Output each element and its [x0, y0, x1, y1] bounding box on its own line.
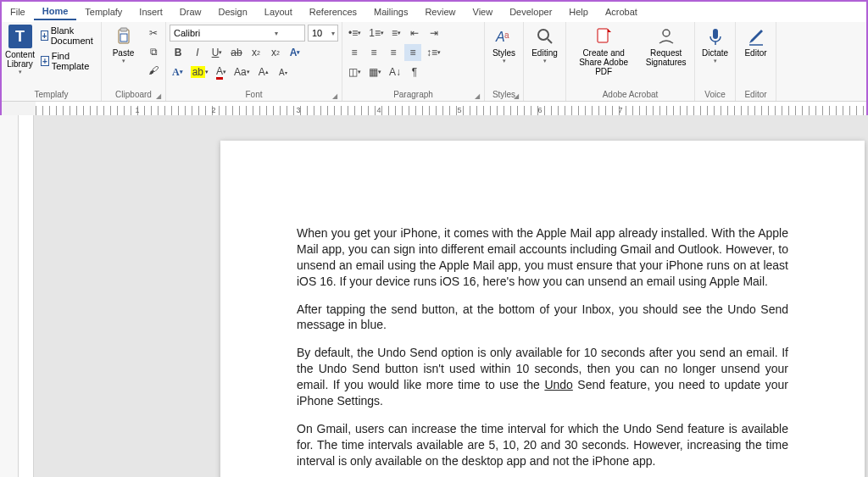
tab-home[interactable]: Home [34, 3, 77, 20]
blank-document-button[interactable]: + Blank Document [38, 25, 98, 47]
dialog-launcher-icon[interactable]: ◢ [332, 92, 337, 100]
tab-draw[interactable]: Draw [171, 4, 210, 19]
chevron-down-icon[interactable]: ▾ [329, 30, 337, 37]
cut-button[interactable]: ✂ [145, 25, 162, 42]
request-signatures-button[interactable]: Request Signatures [641, 25, 691, 69]
chevron-down-icon: ▾ [122, 58, 125, 64]
bold-button[interactable]: B [170, 44, 186, 61]
svg-point-8 [663, 30, 670, 36]
tab-developer[interactable]: Developer [501, 4, 560, 19]
group-label-templafy: Templafy [5, 88, 97, 101]
pdf-icon [593, 26, 614, 47]
signature-icon [656, 26, 676, 47]
grow-font-button[interactable]: A▴ [255, 64, 272, 80]
tab-templafy[interactable]: Templafy [76, 4, 131, 19]
align-left-button[interactable]: ≡ [346, 44, 363, 61]
svg-rect-9 [713, 29, 718, 39]
navigation-pane[interactable] [0, 115, 19, 477]
tab-view[interactable]: View [465, 4, 502, 19]
tab-mailings[interactable]: Mailings [365, 4, 416, 19]
underline-button[interactable]: U▾ [209, 44, 225, 61]
font-name-input[interactable] [170, 28, 272, 38]
vertical-ruler[interactable] [19, 115, 34, 477]
subscript-button[interactable]: x2 [248, 44, 264, 61]
font-size-combo[interactable]: ▾ [308, 25, 338, 42]
align-right-button[interactable]: ≡ [385, 44, 402, 61]
plus-icon: + [41, 56, 49, 66]
text-effects-button[interactable]: A▾ [287, 44, 303, 61]
chevron-down-icon: ▾ [543, 58, 547, 64]
svg-text:A: A [495, 30, 505, 44]
paragraph-3[interactable]: By default, the Undo Send option is only… [297, 345, 788, 409]
font-size-input[interactable] [309, 28, 329, 38]
dialog-launcher-icon[interactable]: ◢ [156, 92, 161, 100]
borders-button[interactable]: ▦▾ [366, 64, 384, 80]
highlight-button[interactable]: ab▾ [188, 64, 211, 80]
superscript-button[interactable]: x2 [267, 44, 284, 61]
content-library-button[interactable]: Content Library [5, 50, 35, 69]
chevron-down-icon[interactable]: ▾ [272, 30, 281, 37]
line-spacing-button[interactable]: ↕≡▾ [424, 44, 443, 61]
format-painter-button[interactable]: 🖌 [145, 62, 162, 79]
paragraph-1[interactable]: When you get your iPhone, it comes with … [297, 225, 788, 290]
tab-layout[interactable]: Layout [256, 4, 301, 19]
tab-design[interactable]: Design [210, 4, 256, 19]
tab-file[interactable]: File [2, 4, 34, 19]
show-marks-button[interactable]: ¶ [406, 64, 423, 80]
italic-button[interactable]: I [189, 44, 206, 61]
svg-text:a: a [504, 31, 509, 40]
tab-insert[interactable]: Insert [131, 4, 171, 19]
font-color-button[interactable]: A▾ [214, 64, 229, 80]
tab-strip: File Home Templafy Insert Draw Design La… [2, 2, 866, 22]
ribbon: T Content Library ▾ + Blank Document + F… [2, 22, 866, 102]
font-color-a-button[interactable]: A▾ [170, 64, 186, 80]
tab-references[interactable]: References [301, 4, 365, 19]
paragraph-2[interactable]: After tapping the send button, at the bo… [297, 302, 788, 334]
find-template-button[interactable]: + Find Template [38, 50, 98, 72]
clipboard-icon [114, 26, 134, 47]
chevron-down-icon: ▾ [503, 58, 506, 64]
create-share-pdf-button[interactable]: Create and Share Adobe PDF [570, 25, 637, 78]
shading-button[interactable]: ◫▾ [346, 64, 364, 80]
editor-button[interactable]: Editor [739, 25, 772, 59]
svg-rect-7 [598, 29, 608, 42]
sort-button[interactable]: A↓ [387, 64, 403, 80]
styles-icon: Aa [494, 26, 515, 47]
dictate-button[interactable]: Dictate ▾ [698, 25, 732, 66]
svg-rect-1 [120, 28, 127, 31]
bullets-button[interactable]: •≡▾ [346, 25, 364, 42]
svg-point-5 [538, 30, 548, 40]
indent-decrease-button[interactable]: ⇤ [406, 25, 423, 42]
tab-help[interactable]: Help [560, 4, 597, 19]
numbering-button[interactable]: 1≡▾ [366, 25, 387, 42]
tab-acrobat[interactable]: Acrobat [597, 4, 646, 19]
chevron-down-icon: ▾ [714, 58, 717, 64]
shrink-font-button[interactable]: A▾ [275, 64, 292, 80]
strikethrough-button[interactable]: ab [228, 44, 245, 61]
plus-icon: + [41, 31, 48, 41]
dialog-launcher-icon[interactable]: ◢ [475, 92, 480, 100]
find-icon [535, 26, 555, 47]
svg-rect-2 [120, 34, 127, 42]
templafy-logo-icon: T [8, 25, 32, 48]
change-case-button[interactable]: Aa▾ [231, 64, 253, 80]
editor-pen-icon [746, 26, 766, 47]
group-label-clipboard: Clipboard◢ [105, 88, 162, 101]
microphone-icon [705, 26, 726, 47]
justify-button[interactable]: ≡ [404, 44, 421, 61]
copy-button[interactable]: ⧉ [145, 43, 162, 60]
tab-review[interactable]: Review [416, 4, 464, 19]
align-center-button[interactable]: ≡ [365, 44, 382, 61]
paragraph-4[interactable]: On Gmail, users can increase the time in… [297, 421, 788, 469]
indent-increase-button[interactable]: ⇥ [426, 25, 442, 42]
editing-button[interactable]: Editing ▾ [527, 25, 562, 66]
font-name-combo[interactable]: ▾ [170, 25, 305, 42]
document-page[interactable]: When you get your iPhone, it comes with … [220, 141, 865, 477]
svg-line-6 [548, 39, 552, 43]
paste-button[interactable]: Paste ▾ [105, 25, 142, 66]
multilevel-button[interactable]: ≡▾ [389, 25, 403, 42]
styles-button[interactable]: Aa Styles ▾ [488, 25, 520, 66]
